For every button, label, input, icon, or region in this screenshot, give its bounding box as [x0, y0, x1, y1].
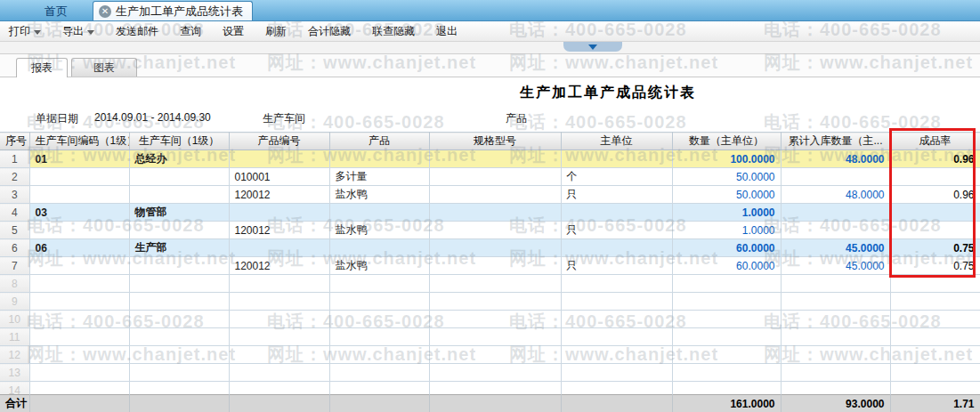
cell-empty[interactable]	[781, 346, 890, 364]
column-header[interactable]: 规格型号	[429, 133, 561, 150]
cell-qty[interactable]: 60.0000	[672, 257, 781, 275]
cell-empty[interactable]	[429, 346, 561, 364]
cell-empty[interactable]	[429, 275, 561, 293]
cell-empty[interactable]	[672, 311, 781, 328]
cell-spec[interactable]	[429, 168, 561, 186]
cell-empty[interactable]	[129, 275, 229, 293]
cell-empty[interactable]	[561, 364, 672, 382]
cell-qty[interactable]: 50.0000	[672, 168, 781, 186]
cell-empty[interactable]	[561, 346, 672, 364]
cell-seq[interactable]: 9	[0, 293, 29, 311]
table-row[interactable]: 5120012盐水鸭只1.0000	[0, 222, 980, 239]
table-row[interactable]: 101总经办100.000048.00000.96	[0, 150, 980, 168]
cell-rate[interactable]	[890, 222, 980, 239]
cell-cum[interactable]: 48.0000	[781, 150, 890, 168]
table-row[interactable]: 3120012盐水鸭只50.000048.00000.96	[0, 186, 980, 204]
table-row[interactable]: 403物管部1.0000	[0, 204, 980, 222]
cell-seq[interactable]: 12	[0, 346, 29, 364]
print-button[interactable]: 打印	[0, 21, 52, 41]
cell-empty[interactable]	[229, 293, 329, 311]
cell-empty[interactable]	[29, 328, 129, 346]
cell-cum[interactable]	[781, 222, 890, 239]
cell-empty[interactable]	[672, 275, 781, 293]
cell-unit[interactable]: 只	[561, 257, 672, 275]
cell-rate[interactable]: 0.96	[890, 150, 980, 168]
cell-code[interactable]	[29, 257, 129, 275]
cell-empty[interactable]	[129, 364, 229, 382]
cell-empty[interactable]	[429, 311, 561, 328]
cell-unit[interactable]: 只	[561, 186, 672, 204]
tab-report-active[interactable]: ✕ 生产加工单产成品统计表	[93, 1, 253, 20]
cell-unit[interactable]	[561, 239, 672, 257]
cell-seq[interactable]: 6	[0, 239, 29, 257]
cell-unit[interactable]	[561, 150, 672, 168]
cell-empty[interactable]	[329, 311, 429, 328]
cell-qty[interactable]: 1.0000	[672, 204, 781, 222]
column-header[interactable]: 序号	[0, 133, 29, 150]
cell-empty[interactable]	[129, 311, 229, 328]
cell-empty[interactable]	[329, 364, 429, 382]
cell-empty[interactable]	[781, 275, 890, 293]
cell-spec[interactable]	[429, 257, 561, 275]
cell-qty[interactable]: 60.0000	[672, 239, 781, 257]
cell-cum[interactable]	[781, 204, 890, 222]
cell-rate[interactable]: 0.75	[890, 239, 980, 257]
cell-code[interactable]	[29, 168, 129, 186]
cell-workshop[interactable]: 总经办	[129, 150, 229, 168]
cell-empty[interactable]	[29, 364, 129, 382]
cell-unit[interactable]: 个	[561, 168, 672, 186]
cell-empty[interactable]	[29, 275, 129, 293]
cell-empty[interactable]	[890, 364, 980, 382]
cell-empty[interactable]	[229, 311, 329, 328]
cell-seq[interactable]: 13	[0, 364, 29, 382]
cell-prod[interactable]: 盐水鸭	[329, 186, 429, 204]
hide-total-button[interactable]: 合计隐藏	[297, 21, 361, 41]
cell-prod[interactable]: 盐水鸭	[329, 222, 429, 239]
cell-seq[interactable]: 11	[0, 328, 29, 346]
column-header[interactable]: 生产车间（1级）	[129, 133, 229, 150]
table-row-empty[interactable]: 10	[0, 311, 980, 328]
cell-empty[interactable]	[229, 346, 329, 364]
cell-workshop[interactable]	[129, 222, 229, 239]
cell-empty[interactable]	[781, 328, 890, 346]
cell-workshop[interactable]: 物管部	[129, 204, 229, 222]
cell-empty[interactable]	[561, 293, 672, 311]
column-header[interactable]: 产品编号	[229, 133, 329, 150]
cell-cum[interactable]	[781, 168, 890, 186]
cell-qty[interactable]: 100.0000	[672, 150, 781, 168]
cell-spec[interactable]	[429, 204, 561, 222]
cell-empty[interactable]	[561, 275, 672, 293]
cell-empty[interactable]	[329, 328, 429, 346]
column-header[interactable]: 数量（主单位）	[672, 133, 781, 150]
cell-empty[interactable]	[329, 293, 429, 311]
cell-workshop[interactable]	[129, 186, 229, 204]
cell-spec[interactable]	[429, 222, 561, 239]
cell-prod[interactable]: 多计量	[329, 168, 429, 186]
cell-empty[interactable]	[890, 275, 980, 293]
cell-prod[interactable]	[329, 239, 429, 257]
cell-code[interactable]: 06	[29, 239, 129, 257]
table-row-empty[interactable]: 8	[0, 275, 980, 293]
cell-cum[interactable]: 45.0000	[781, 257, 890, 275]
cell-workshop[interactable]	[129, 257, 229, 275]
cell-prod[interactable]	[329, 150, 429, 168]
cell-qty[interactable]: 50.0000	[672, 186, 781, 204]
cell-empty[interactable]	[890, 293, 980, 311]
cell-empty[interactable]	[781, 311, 890, 328]
cell-code[interactable]	[29, 222, 129, 239]
cell-prod_code[interactable]: 120012	[229, 222, 329, 239]
cell-empty[interactable]	[429, 293, 561, 311]
cell-seq[interactable]: 5	[0, 222, 29, 239]
cell-empty[interactable]	[672, 293, 781, 311]
cell-empty[interactable]	[229, 275, 329, 293]
query-button[interactable]: 查询	[169, 21, 212, 41]
cell-empty[interactable]	[329, 346, 429, 364]
cell-empty[interactable]	[29, 293, 129, 311]
cell-seq[interactable]: 10	[0, 311, 29, 328]
cell-empty[interactable]	[29, 346, 129, 364]
table-row-empty[interactable]: 9	[0, 293, 980, 311]
table-row[interactable]: 606生产部60.000045.00000.75	[0, 239, 980, 257]
close-tab-icon[interactable]: ✕	[99, 5, 111, 18]
cell-rate[interactable]: 0.75	[890, 257, 980, 275]
cell-code[interactable]	[29, 186, 129, 204]
